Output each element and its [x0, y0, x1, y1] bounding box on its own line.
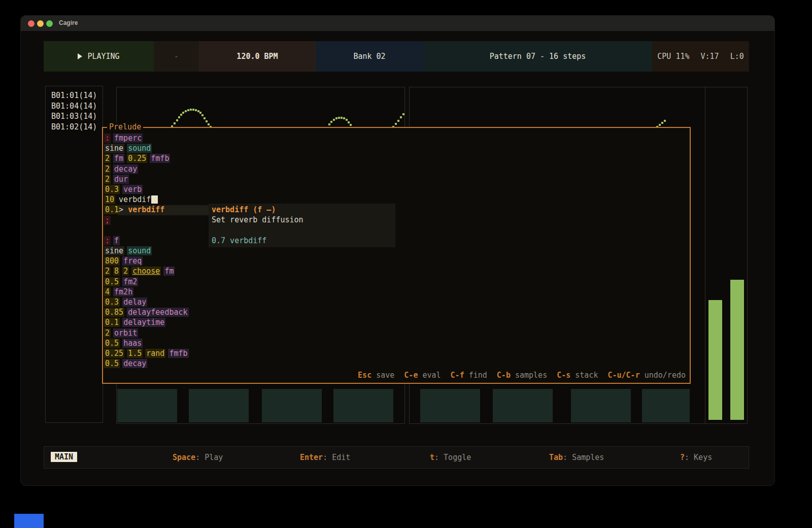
- waveform-dot: [190, 109, 192, 111]
- statusbar-hint: Enter: Edit: [300, 453, 350, 462]
- code-token: freq: [122, 256, 143, 266]
- code-editor[interactable]: Prelude : fmpercsine sound2 fm 0.25 fmfb…: [102, 127, 691, 384]
- maximize-button[interactable]: [46, 20, 53, 27]
- code-line: : fmperc: [105, 133, 188, 143]
- code-token: rand: [145, 349, 165, 358]
- code-token: fmperc: [113, 134, 143, 143]
- code-token: sound: [127, 144, 152, 153]
- code-token: 0.5: [104, 359, 120, 368]
- window-title: Cagire: [59, 19, 78, 26]
- waveform-dot: [348, 121, 350, 123]
- latency-stat: L:0: [730, 52, 744, 61]
- voices-stat: V:17: [701, 52, 719, 61]
- step-cell[interactable]: [189, 389, 249, 422]
- code-area: : fmpercsine sound2 fm 0.25 fmfb2 decay2…: [105, 133, 188, 369]
- statusbar-hint: Space: Play: [173, 453, 223, 462]
- code-token: fm: [113, 154, 124, 163]
- waveform-dot: [659, 124, 661, 126]
- code-token: 0.5: [104, 339, 120, 348]
- bpm-display: 120.0 BPM: [199, 41, 316, 72]
- waveform-dot: [338, 117, 340, 119]
- waveform-dot: [397, 120, 399, 122]
- pattern-list-item[interactable]: B01:02(14): [51, 122, 103, 133]
- code-line: sine sound: [105, 143, 188, 153]
- autocomplete-signature: verbdiff (f —): [212, 205, 395, 215]
- waveform-dot: [180, 114, 182, 116]
- help-hint: C-f find: [451, 371, 487, 380]
- transport-status[interactable]: PLAYING: [44, 41, 154, 72]
- waveform-dot: [206, 120, 208, 122]
- code-token: delay: [122, 298, 147, 307]
- waveform-dot: [400, 116, 402, 118]
- statusbar-hint: ?: Keys: [680, 453, 712, 462]
- code-line: 10 verbdif: [105, 194, 188, 205]
- code-token: fmfb: [168, 349, 188, 358]
- code-token: 0.3: [104, 185, 120, 194]
- minimize-button[interactable]: [37, 20, 44, 27]
- waveform-dot: [182, 112, 184, 114]
- code-token: fm: [163, 267, 175, 276]
- code-line: 0.5 haas: [105, 338, 188, 348]
- waveform-dot: [346, 119, 348, 121]
- step-cell[interactable]: [333, 389, 393, 422]
- code-line: [105, 225, 188, 236]
- waveform-dot: [201, 114, 204, 116]
- step-cell[interactable]: [571, 389, 631, 422]
- waveform-dot: [395, 123, 397, 125]
- title-bar[interactable]: Cagire: [21, 16, 774, 31]
- code-line: 0.85 delayfeedback: [105, 307, 188, 317]
- code-token: verb: [122, 185, 143, 194]
- code-line: 0.1 delaytime: [105, 317, 188, 327]
- step-cell[interactable]: [493, 389, 553, 422]
- code-token: 800: [104, 256, 120, 266]
- close-button[interactable]: [28, 20, 35, 27]
- waveform-dot: [335, 117, 337, 119]
- text-cursor: [151, 195, 158, 204]
- code-token: sound: [127, 246, 152, 255]
- step-cell[interactable]: [117, 389, 177, 422]
- step-cell[interactable]: [262, 389, 322, 422]
- statusbar-hint: Tab: Samples: [549, 453, 604, 462]
- help-hint: C-e eval: [404, 371, 441, 380]
- code-token: delaytime: [122, 318, 165, 327]
- waveform-dot: [402, 113, 404, 115]
- code-token: 0.5: [104, 277, 120, 286]
- code-line: 0.5 fm2: [105, 277, 188, 287]
- code-token: 0.1: [104, 318, 120, 327]
- taskbar-sliver: [14, 514, 44, 528]
- code-token: 0.25: [104, 349, 124, 358]
- pattern-display: Pattern 07 - 16 steps: [423, 41, 652, 72]
- code-token: f: [113, 236, 120, 245]
- app-window: Cagire PLAYING - 120.0 BPM Bank 02 Patte…: [20, 15, 775, 486]
- status-bar: MAIN Space: PlayEnter: Editt: ToggleTab:…: [44, 446, 749, 469]
- statusbar-hint: t: Toggle: [430, 453, 471, 462]
- code-token: ;: [104, 216, 111, 225]
- pattern-list-item[interactable]: B01:01(14): [51, 90, 103, 101]
- code-token: decay: [113, 164, 138, 174]
- code-token: 1.5: [127, 349, 143, 358]
- pattern-list-item[interactable]: B01:03(14): [51, 111, 103, 122]
- pattern-list-item[interactable]: B01:04(14): [51, 101, 103, 112]
- autocomplete-doc-panel: verbdiff (f —) Set reverb diffusion 0.7 …: [209, 204, 395, 247]
- waveform-dot: [178, 116, 180, 118]
- code-line: 2 fm 0.25 fmfb: [105, 153, 188, 163]
- step-cell[interactable]: [420, 389, 480, 422]
- code-token: choose: [131, 267, 161, 276]
- code-line: 0.1> verbdiff: [105, 205, 188, 215]
- vu-meter-bar: [730, 280, 744, 420]
- bank-display: Bank 02: [316, 41, 423, 72]
- editor-title: Prelude: [107, 122, 143, 131]
- waveform-dot: [350, 124, 352, 126]
- code-token: sine: [104, 144, 124, 153]
- code-line: sine sound: [105, 246, 188, 256]
- code-token[interactable]: verbdiff: [127, 205, 165, 214]
- code-line: 2 decay: [105, 164, 188, 174]
- waveform-dot: [195, 109, 197, 111]
- code-token: haas: [122, 339, 143, 348]
- code-line: 2 dur: [105, 174, 188, 184]
- code-token: verbdif: [118, 195, 152, 204]
- step-cell[interactable]: [642, 389, 690, 422]
- waveform-dot: [208, 123, 210, 125]
- code-token: sine: [104, 246, 124, 255]
- help-hint: Esc save: [358, 371, 394, 380]
